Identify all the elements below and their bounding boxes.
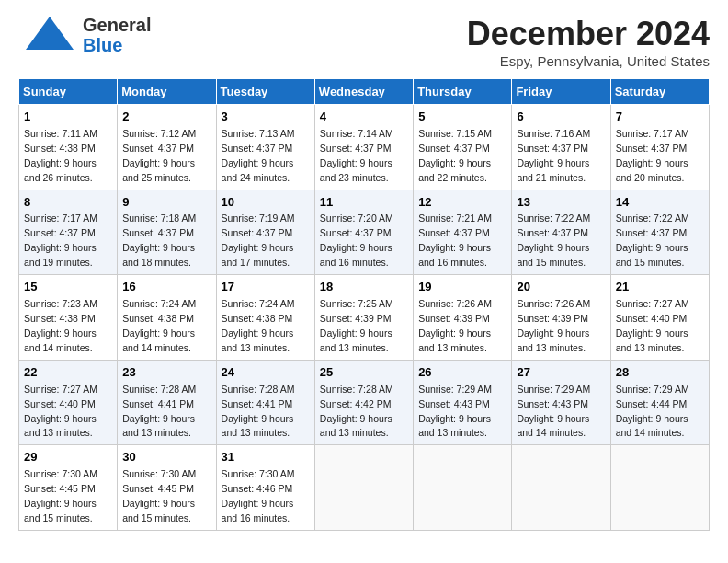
day-sunset: Sunset: 4:37 PM: [222, 143, 293, 154]
day-number: 9: [122, 194, 210, 212]
day-number: 28: [616, 364, 704, 382]
day-sunrise: Sunrise: 7:20 AM: [320, 213, 393, 224]
day-daylight: Daylight: 9 hours and 15 minutes.: [517, 242, 589, 268]
day-sunset: Sunset: 4:43 PM: [418, 398, 490, 409]
day-daylight: Daylight: 9 hours and 16 minutes.: [418, 242, 491, 268]
day-sunset: Sunset: 4:38 PM: [24, 143, 96, 154]
day-daylight: Daylight: 9 hours and 13 minutes.: [616, 327, 688, 353]
day-sunrise: Sunrise: 7:28 AM: [122, 384, 196, 395]
day-daylight: Daylight: 9 hours and 13 minutes.: [24, 413, 97, 439]
day-sunset: Sunset: 4:45 PM: [24, 483, 96, 494]
day-sunrise: Sunrise: 7:19 AM: [222, 213, 295, 224]
logo-general: General: [83, 15, 151, 35]
day-daylight: Daylight: 9 hours and 15 minutes.: [122, 498, 195, 523]
logo-icon: [18, 15, 81, 55]
day-daylight: Daylight: 9 hours and 13 minutes.: [320, 413, 392, 439]
day-sunset: Sunset: 4:39 PM: [320, 313, 392, 324]
calendar-cell: 10Sunrise: 7:19 AMSunset: 4:37 PMDayligh…: [216, 190, 314, 275]
calendar-cell: 30Sunrise: 7:30 AMSunset: 4:45 PMDayligh…: [118, 445, 216, 531]
day-sunrise: Sunrise: 7:29 AM: [616, 384, 689, 395]
day-daylight: Daylight: 9 hours and 15 minutes.: [616, 242, 688, 268]
day-number: 3: [222, 109, 310, 126]
day-sunrise: Sunrise: 7:30 AM: [222, 468, 295, 479]
day-sunset: Sunset: 4:37 PM: [122, 227, 194, 238]
day-number: 4: [320, 109, 408, 126]
day-sunrise: Sunrise: 7:22 AM: [517, 213, 590, 224]
calendar-cell: 12Sunrise: 7:21 AMSunset: 4:37 PMDayligh…: [414, 190, 512, 275]
day-daylight: Daylight: 9 hours and 13 minutes.: [222, 413, 294, 439]
calendar-cell: 4Sunrise: 7:14 AMSunset: 4:37 PMDaylight…: [314, 105, 413, 190]
day-number: 25: [320, 364, 408, 382]
day-sunset: Sunset: 4:37 PM: [517, 227, 588, 238]
day-sunrise: Sunrise: 7:26 AM: [418, 298, 492, 309]
weekday-header-tuesday: Tuesday: [216, 79, 314, 105]
day-sunrise: Sunrise: 7:12 AM: [122, 128, 196, 139]
day-sunset: Sunset: 4:41 PM: [122, 398, 194, 409]
day-number: 14: [616, 194, 704, 212]
calendar-cell: 15Sunrise: 7:23 AMSunset: 4:38 PMDayligh…: [19, 275, 118, 361]
day-sunrise: Sunrise: 7:17 AM: [24, 213, 97, 224]
day-sunrise: Sunrise: 7:11 AM: [24, 128, 97, 139]
weekday-header-saturday: Saturday: [610, 79, 709, 105]
day-sunset: Sunset: 4:44 PM: [616, 398, 688, 409]
day-number: 13: [517, 194, 605, 212]
calendar-cell: 8Sunrise: 7:17 AMSunset: 4:37 PMDaylight…: [19, 190, 118, 275]
day-daylight: Daylight: 9 hours and 14 minutes.: [517, 413, 589, 439]
calendar-cell: 29Sunrise: 7:30 AMSunset: 4:45 PMDayligh…: [19, 445, 118, 531]
day-sunset: Sunset: 4:38 PM: [24, 313, 96, 324]
day-sunset: Sunset: 4:37 PM: [320, 227, 392, 238]
day-sunset: Sunset: 4:38 PM: [122, 313, 194, 324]
calendar-cell: 31Sunrise: 7:30 AMSunset: 4:46 PMDayligh…: [216, 445, 314, 531]
day-sunrise: Sunrise: 7:16 AM: [517, 128, 590, 139]
day-sunset: Sunset: 4:40 PM: [24, 398, 96, 409]
day-daylight: Daylight: 9 hours and 21 minutes.: [517, 157, 589, 183]
calendar-cell: 19Sunrise: 7:26 AMSunset: 4:39 PMDayligh…: [414, 275, 512, 361]
day-daylight: Daylight: 9 hours and 20 minutes.: [616, 157, 688, 183]
calendar-cell: [314, 445, 413, 531]
weekday-header-friday: Friday: [512, 79, 610, 105]
day-sunset: Sunset: 4:41 PM: [222, 398, 293, 409]
day-number: 27: [517, 364, 605, 382]
day-number: 12: [418, 194, 506, 212]
day-daylight: Daylight: 9 hours and 26 minutes.: [24, 157, 97, 183]
day-daylight: Daylight: 9 hours and 15 minutes.: [24, 498, 97, 523]
day-daylight: Daylight: 9 hours and 22 minutes.: [418, 157, 491, 183]
day-daylight: Daylight: 9 hours and 14 minutes.: [24, 327, 97, 353]
day-sunrise: Sunrise: 7:27 AM: [616, 298, 689, 309]
day-number: 30: [122, 449, 210, 466]
day-number: 22: [24, 364, 112, 382]
calendar-cell: [512, 445, 610, 531]
day-number: 10: [222, 194, 310, 212]
calendar-cell: 2Sunrise: 7:12 AMSunset: 4:37 PMDaylight…: [118, 105, 216, 190]
day-number: 5: [418, 109, 506, 126]
calendar-cell: 3Sunrise: 7:13 AMSunset: 4:37 PMDaylight…: [216, 105, 314, 190]
calendar-cell: 20Sunrise: 7:26 AMSunset: 4:39 PMDayligh…: [512, 275, 610, 361]
day-sunset: Sunset: 4:37 PM: [418, 227, 490, 238]
day-sunset: Sunset: 4:37 PM: [616, 143, 688, 154]
day-number: 6: [517, 109, 605, 126]
logo-blue: Blue: [83, 35, 151, 55]
calendar-cell: 9Sunrise: 7:18 AMSunset: 4:37 PMDaylight…: [118, 190, 216, 275]
day-sunset: Sunset: 4:40 PM: [616, 313, 688, 324]
logo: General Blue: [18, 15, 151, 55]
calendar-week-row: 29Sunrise: 7:30 AMSunset: 4:45 PMDayligh…: [19, 445, 710, 531]
calendar-cell: 14Sunrise: 7:22 AMSunset: 4:37 PMDayligh…: [610, 190, 709, 275]
month-title: December 2024: [467, 15, 710, 53]
day-number: 11: [320, 194, 408, 212]
calendar-cell: [610, 445, 709, 531]
day-sunrise: Sunrise: 7:29 AM: [418, 384, 492, 395]
day-number: 19: [418, 279, 506, 296]
day-sunrise: Sunrise: 7:23 AM: [24, 298, 97, 309]
day-sunset: Sunset: 4:43 PM: [517, 398, 588, 409]
calendar-cell: 7Sunrise: 7:17 AMSunset: 4:37 PMDaylight…: [610, 105, 709, 190]
day-sunrise: Sunrise: 7:13 AM: [222, 128, 295, 139]
day-sunset: Sunset: 4:37 PM: [24, 227, 96, 238]
day-sunset: Sunset: 4:37 PM: [122, 143, 194, 154]
weekday-header-sunday: Sunday: [19, 79, 118, 105]
calendar-cell: 25Sunrise: 7:28 AMSunset: 4:42 PMDayligh…: [314, 360, 413, 445]
page-header: General Blue December 2024 Espy, Pennsyl…: [18, 15, 710, 69]
day-sunset: Sunset: 4:37 PM: [222, 227, 293, 238]
calendar-cell: 11Sunrise: 7:20 AMSunset: 4:37 PMDayligh…: [314, 190, 413, 275]
calendar-week-row: 22Sunrise: 7:27 AMSunset: 4:40 PMDayligh…: [19, 360, 710, 445]
day-sunset: Sunset: 4:37 PM: [616, 227, 688, 238]
